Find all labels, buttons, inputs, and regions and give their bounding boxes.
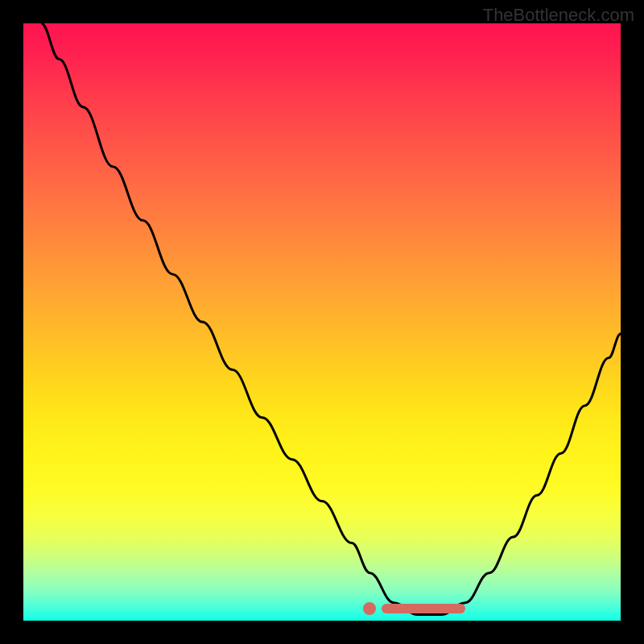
chart-plot-area [23,23,621,621]
optimal-marker-range [382,604,465,613]
chart-curve [23,23,621,621]
